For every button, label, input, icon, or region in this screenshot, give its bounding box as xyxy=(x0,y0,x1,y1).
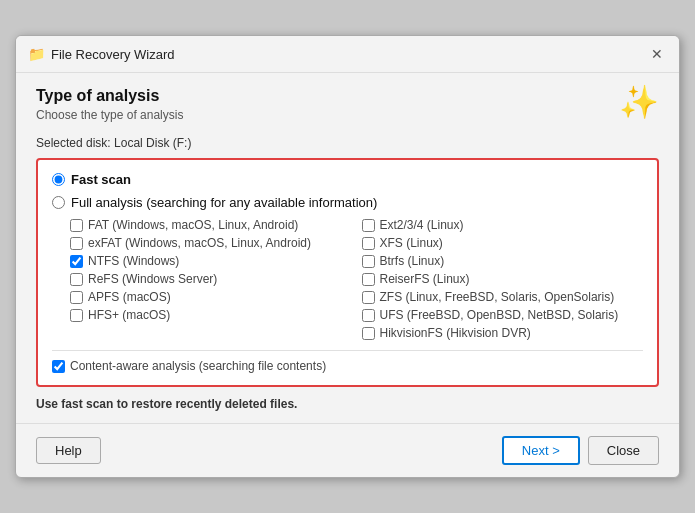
reiserfs-checkbox[interactable] xyxy=(362,273,375,286)
apfs-label: APFS (macOS) xyxy=(88,290,171,304)
ext234-label: Ext2/3/4 (Linux) xyxy=(380,218,464,232)
fast-scan-radio[interactable] xyxy=(52,173,65,186)
btrfs-label: Btrfs (Linux) xyxy=(380,254,445,268)
content-aware-checkbox[interactable] xyxy=(52,360,65,373)
page-title: Type of analysis xyxy=(36,87,183,105)
ext234-checkbox[interactable] xyxy=(362,219,375,232)
close-button[interactable]: Close xyxy=(588,436,659,465)
hikvision-label: HikvisionFS (Hikvision DVR) xyxy=(380,326,531,340)
fast-scan-option[interactable]: Fast scan xyxy=(52,172,643,187)
apfs-checkbox[interactable] xyxy=(70,291,83,304)
reiserfs-checkbox-item[interactable]: ReiserFS (Linux) xyxy=(362,272,644,286)
help-button[interactable]: Help xyxy=(36,437,101,464)
fast-scan-label: Fast scan xyxy=(71,172,131,187)
btrfs-checkbox[interactable] xyxy=(362,255,375,268)
zfs-checkbox-item[interactable]: ZFS (Linux, FreeBSD, Solaris, OpenSolari… xyxy=(362,290,644,304)
xfs-label: XFS (Linux) xyxy=(380,236,443,250)
footer-right-buttons: Next > Close xyxy=(502,436,659,465)
file-recovery-wizard-dialog: 📁 File Recovery Wizard ✕ Type of analysi… xyxy=(15,35,680,478)
footer: Help Next > Close xyxy=(16,423,679,477)
refs-label: ReFS (Windows Server) xyxy=(88,272,217,286)
ntfs-label: NTFS (Windows) xyxy=(88,254,179,268)
ntfs-checkbox-item[interactable]: NTFS (Windows) xyxy=(70,254,352,268)
refs-checkbox-item[interactable]: ReFS (Windows Server) xyxy=(70,272,352,286)
refs-checkbox[interactable] xyxy=(70,273,83,286)
zfs-checkbox[interactable] xyxy=(362,291,375,304)
wizard-icon: ✨ xyxy=(619,83,659,121)
fat-label: FAT (Windows, macOS, Linux, Android) xyxy=(88,218,298,232)
content-aware-section: Content-aware analysis (searching file c… xyxy=(52,350,643,373)
header-text: Type of analysis Choose the type of anal… xyxy=(36,87,183,122)
btrfs-checkbox-item[interactable]: Btrfs (Linux) xyxy=(362,254,644,268)
zfs-label: ZFS (Linux, FreeBSD, Solaris, OpenSolari… xyxy=(380,290,615,304)
page-subtitle: Choose the type of analysis xyxy=(36,108,183,122)
hikvision-checkbox[interactable] xyxy=(362,327,375,340)
analysis-options-box: Fast scan Full analysis (searching for a… xyxy=(36,158,659,387)
hfsplus-checkbox[interactable] xyxy=(70,309,83,322)
exfat-checkbox[interactable] xyxy=(70,237,83,250)
full-analysis-option[interactable]: Full analysis (searching for any availab… xyxy=(52,195,643,210)
header-section: Type of analysis Choose the type of anal… xyxy=(16,73,679,132)
ntfs-checkbox[interactable] xyxy=(70,255,83,268)
apfs-checkbox-item[interactable]: APFS (macOS) xyxy=(70,290,352,304)
app-icon: 📁 xyxy=(28,46,45,62)
hint-text: Use fast scan to restore recently delete… xyxy=(16,387,679,417)
hfsplus-label: HFS+ (macOS) xyxy=(88,308,170,322)
ext234-checkbox-item[interactable]: Ext2/3/4 (Linux) xyxy=(362,218,644,232)
fat-checkbox[interactable] xyxy=(70,219,83,232)
xfs-checkbox-item[interactable]: XFS (Linux) xyxy=(362,236,644,250)
full-analysis-label: Full analysis (searching for any availab… xyxy=(71,195,377,210)
window-title: File Recovery Wizard xyxy=(51,47,175,62)
selected-disk-label: Selected disk: Local Disk (F:) xyxy=(16,132,679,158)
fat-checkbox-item[interactable]: FAT (Windows, macOS, Linux, Android) xyxy=(70,218,352,232)
hfsplus-checkbox-item[interactable]: HFS+ (macOS) xyxy=(70,308,352,322)
xfs-checkbox[interactable] xyxy=(362,237,375,250)
title-bar-left: 📁 File Recovery Wizard xyxy=(28,46,175,62)
exfat-checkbox-item[interactable]: exFAT (Windows, macOS, Linux, Android) xyxy=(70,236,352,250)
next-button[interactable]: Next > xyxy=(502,436,580,465)
full-analysis-radio[interactable] xyxy=(52,196,65,209)
hikvision-checkbox-item[interactable]: HikvisionFS (Hikvision DVR) xyxy=(362,326,644,340)
exfat-label: exFAT (Windows, macOS, Linux, Android) xyxy=(88,236,311,250)
title-bar: 📁 File Recovery Wizard ✕ xyxy=(16,36,679,73)
content-aware-item[interactable]: Content-aware analysis (searching file c… xyxy=(52,359,643,373)
reiserfs-label: ReiserFS (Linux) xyxy=(380,272,470,286)
ufs-label: UFS (FreeBSD, OpenBSD, NetBSD, Solaris) xyxy=(380,308,619,322)
ufs-checkbox-item[interactable]: UFS (FreeBSD, OpenBSD, NetBSD, Solaris) xyxy=(362,308,644,322)
content-aware-label: Content-aware analysis (searching file c… xyxy=(70,359,326,373)
window-close-button[interactable]: ✕ xyxy=(647,44,667,64)
ufs-checkbox[interactable] xyxy=(362,309,375,322)
filesystem-checkboxes: FAT (Windows, macOS, Linux, Android) Ext… xyxy=(70,218,643,340)
